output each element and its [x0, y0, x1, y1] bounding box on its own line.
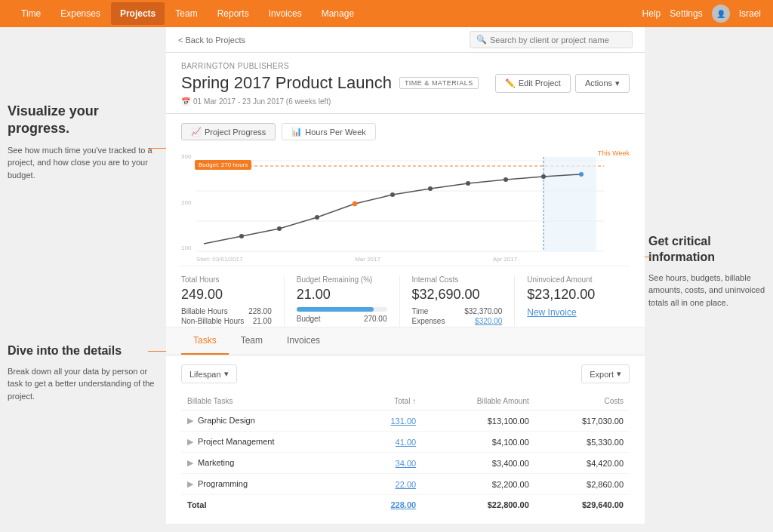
- stat-sub-budget: Budget 270.00: [297, 315, 387, 323]
- svg-point-10: [353, 201, 357, 206]
- row-costs-3: $2,860.00: [535, 474, 630, 495]
- nav-help[interactable]: Help: [642, 8, 661, 19]
- table-toolbar: Lifespan ▾ Export ▾: [181, 364, 630, 383]
- row-name-1: ▶Project Management: [181, 432, 356, 453]
- export-dropdown[interactable]: Export ▾: [581, 364, 630, 383]
- col-total: Total ↑: [356, 392, 422, 411]
- x-label-start: Start: 03/01/2017: [196, 256, 242, 263]
- row-name-0: ▶Graphic Design: [181, 411, 356, 432]
- details-annotation: Dive into the details Break down all you…: [8, 343, 159, 402]
- stat-sub-billable: Billable Hours 228.00: [181, 307, 272, 315]
- edit-project-button[interactable]: ✏️ Edit Project: [495, 74, 571, 93]
- chart-area: This Week Budget: 270 hours 300 200 100: [181, 149, 630, 263]
- avatar[interactable]: 👤: [712, 5, 730, 23]
- chart-tabs: 📈 Project Progress 📊 Hours Per Week: [181, 123, 630, 140]
- stat-label-uninvoiced: Uninvoiced Amount: [527, 275, 617, 284]
- nav-reports[interactable]: Reports: [208, 2, 258, 25]
- table-row: ▶Marketing 34.00 $3,400.00 $4,420.00: [181, 453, 630, 474]
- row-total-3[interactable]: 22.00: [356, 474, 422, 495]
- total-costs: $29,640.00: [535, 495, 630, 515]
- stat-sub-expenses: Expenses $320.00: [412, 317, 503, 325]
- nav-user[interactable]: Israel: [739, 8, 761, 19]
- budget-bar-track: [297, 307, 387, 312]
- new-invoice-link[interactable]: New Invoice: [527, 307, 576, 318]
- stat-sub-nonbillable: Non-Billable Hours 21.00: [181, 317, 272, 325]
- svg-point-11: [390, 192, 395, 197]
- expenses-value[interactable]: $320.00: [475, 317, 502, 325]
- project-title-row: Spring 2017 Product Launch TIME & MATERI…: [181, 73, 630, 93]
- lifespan-dropdown[interactable]: Lifespan ▾: [181, 364, 237, 383]
- stat-label-costs: Internal Costs: [412, 275, 503, 284]
- row-billable-2: $3,400.00: [422, 453, 535, 474]
- nav-time[interactable]: Time: [12, 2, 50, 25]
- nav-manage[interactable]: Manage: [313, 2, 363, 25]
- critical-text: See hours, budgets, billable amounts, co…: [648, 272, 769, 309]
- chevron-down-icon: ▾: [224, 369, 229, 379]
- row-total-1[interactable]: 41.00: [356, 432, 422, 453]
- tab-tasks[interactable]: Tasks: [181, 328, 229, 355]
- critical-annotation: Get critical information See hours, budg…: [648, 234, 769, 309]
- chart-tab-hours[interactable]: 📊 Hours Per Week: [282, 123, 376, 140]
- row-billable-1: $4,100.00: [422, 432, 535, 453]
- chart-icon: 📈: [191, 127, 202, 137]
- nonbillable-label: Non-Billable Hours: [181, 317, 244, 325]
- svg-point-16: [579, 172, 584, 177]
- stat-value-budget: 21.00: [297, 287, 387, 303]
- search-input[interactable]: [490, 35, 626, 45]
- row-total-2[interactable]: 34.00: [356, 453, 422, 474]
- svg-point-12: [428, 186, 433, 191]
- edit-icon: ✏️: [505, 78, 516, 88]
- expand-icon-0[interactable]: ▶: [187, 416, 193, 425]
- stat-sub-time: Time $32,370.00: [412, 307, 503, 315]
- tab-team[interactable]: Team: [229, 328, 275, 355]
- row-name-3: ▶Programming: [181, 474, 356, 495]
- nav-invoices[interactable]: Invoices: [260, 2, 311, 25]
- row-total-0[interactable]: 131.00: [356, 411, 422, 432]
- stat-value-costs: $32,690.00: [412, 287, 503, 303]
- tabs-section: Tasks Team Invoices: [166, 328, 645, 355]
- row-billable-0: $13,100.00: [422, 411, 535, 432]
- row-costs-1: $5,330.00: [535, 432, 630, 453]
- total-total: 228.00: [356, 495, 422, 515]
- sub-nav: < Back to Projects 🔍: [166, 27, 645, 53]
- budget-value: 270.00: [364, 315, 387, 323]
- back-link[interactable]: < Back to Projects: [178, 35, 245, 45]
- actions-button[interactable]: Actions ▾: [575, 74, 630, 93]
- stat-uninvoiced: Uninvoiced Amount $23,120.00 New Invoice: [515, 275, 630, 327]
- project-dates: 01 Mar 2017 - 23 Jun 2017 (6 weeks left): [193, 97, 331, 106]
- svg-point-13: [466, 181, 470, 186]
- time-value: $32,370.00: [464, 307, 502, 315]
- chart-tab-progress[interactable]: 📈 Project Progress: [181, 123, 276, 140]
- table-row: ▶Graphic Design 131.00 $13,100.00 $17,03…: [181, 411, 630, 432]
- billable-hours-label: Billable Hours: [181, 307, 228, 315]
- project-badge: TIME & MATERIALS: [399, 77, 479, 89]
- nav-settings[interactable]: Settings: [670, 8, 702, 19]
- total-label: Total: [181, 495, 356, 515]
- table-section: Lifespan ▾ Export ▾ Billable Tasks Total…: [166, 355, 645, 524]
- nav-right: Help Settings 👤 Israel: [642, 5, 761, 23]
- nonbillable-value: 21.00: [253, 317, 272, 325]
- tab-invoices[interactable]: Invoices: [275, 328, 332, 355]
- svg-point-15: [541, 174, 546, 179]
- svg-point-7: [239, 234, 244, 238]
- nav-team[interactable]: Team: [166, 2, 206, 25]
- nav-projects[interactable]: Projects: [111, 2, 165, 25]
- bar-icon: 📊: [291, 127, 302, 137]
- svg-point-9: [315, 215, 319, 220]
- expand-icon-2[interactable]: ▶: [187, 458, 193, 467]
- project-actions: ✏️ Edit Project Actions ▾: [495, 74, 630, 93]
- time-label: Time: [412, 307, 429, 315]
- details-title: Dive into the details: [8, 343, 159, 359]
- expand-icon-1[interactable]: ▶: [187, 437, 193, 446]
- lifespan-label: Lifespan: [189, 370, 221, 379]
- search-icon: 🔍: [476, 35, 487, 45]
- chevron-down-icon-2: ▾: [617, 369, 621, 379]
- search-bar: 🔍: [470, 31, 633, 48]
- stat-costs: Internal Costs $32,690.00 Time $32,370.0…: [400, 275, 516, 327]
- nav-expenses[interactable]: Expenses: [51, 2, 109, 25]
- col-costs: Costs: [535, 392, 630, 411]
- expand-icon-3[interactable]: ▶: [187, 479, 193, 488]
- row-name-2: ▶Marketing: [181, 453, 356, 474]
- critical-title: Get critical information: [648, 234, 769, 266]
- table-row: ▶Programming 22.00 $2,200.00 $2,860.00: [181, 474, 630, 495]
